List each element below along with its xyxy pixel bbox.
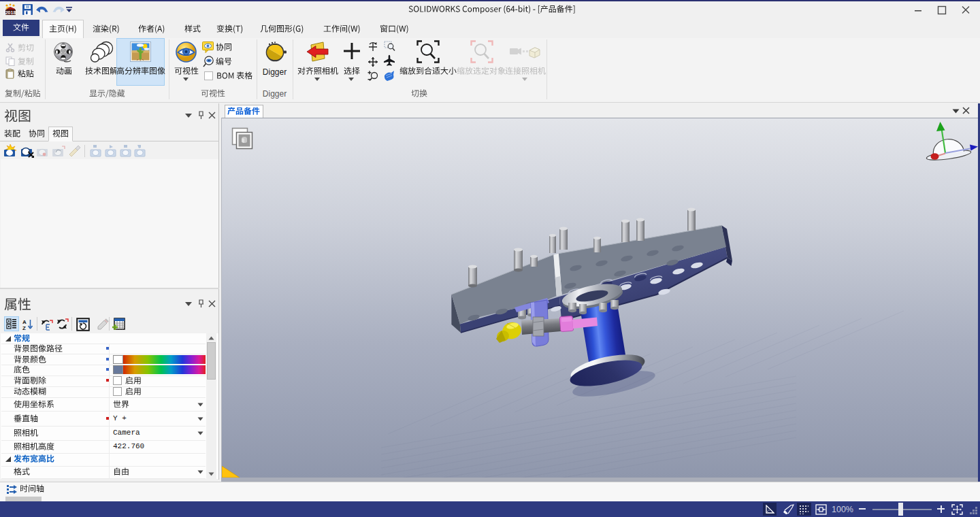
svg-text:A: A xyxy=(22,319,27,325)
svg-text:2018: 2018 xyxy=(5,10,16,15)
svg-text:Z: Z xyxy=(22,325,26,331)
